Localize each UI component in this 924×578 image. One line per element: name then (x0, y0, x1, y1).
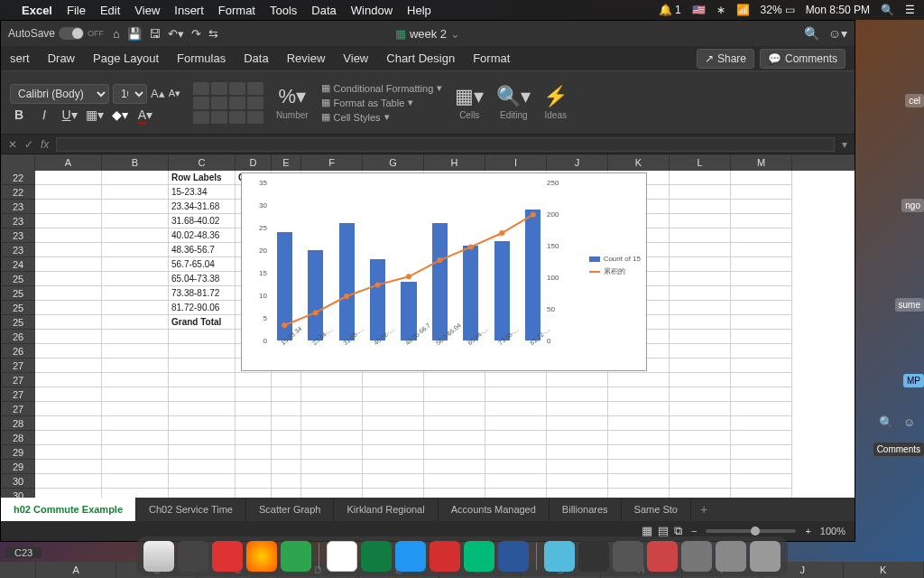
sheet-tab-active[interactable]: h02 Commute Example (1, 498, 136, 521)
sheet-tab[interactable]: Ch02 Service Time (136, 498, 246, 521)
status-bluetooth-icon[interactable]: ∗ (716, 4, 725, 16)
col-header[interactable]: I (485, 154, 547, 171)
col-header[interactable]: D (236, 154, 272, 171)
menu-edit[interactable]: Edit (100, 4, 120, 17)
alignment-group[interactable] (193, 82, 263, 124)
format-as-table-button[interactable]: ▦ Format as Table ▾ (321, 97, 443, 108)
menu-help[interactable]: Help (407, 4, 431, 17)
shrink-font-icon[interactable]: A▾ (169, 88, 180, 99)
confirm-icon[interactable]: ✓ (24, 138, 33, 151)
comments-button[interactable]: 💬 Comments (760, 49, 845, 69)
row-header[interactable]: 28 (1, 431, 35, 445)
row-header[interactable]: 29 (1, 460, 35, 474)
menu-tools[interactable]: Tools (270, 4, 297, 17)
tab-draw[interactable]: Draw (48, 51, 75, 65)
dock-app-icon[interactable] (681, 541, 712, 572)
zoom-in-button[interactable]: + (805, 526, 810, 536)
underline-button[interactable]: U▾ (60, 107, 79, 122)
row-header[interactable]: 22 (1, 185, 35, 200)
dock-word-icon[interactable] (498, 541, 529, 572)
col-header[interactable]: G (363, 154, 424, 171)
tab-view[interactable]: View (343, 51, 368, 65)
tab-review[interactable]: Review (287, 51, 326, 65)
sheet-tab[interactable]: Billionares (550, 498, 622, 521)
zoom-out-button[interactable]: − (691, 526, 697, 536)
row-header[interactable]: 23 (1, 228, 35, 243)
cells-area[interactable]: Row LabelsCount of 15累积的15-23.34242423.3… (35, 171, 855, 498)
border-button[interactable]: ▦▾ (86, 107, 104, 122)
dock-finder-icon[interactable] (143, 541, 174, 572)
conditional-formatting-button[interactable]: ▦ Conditional Formatting ▾ (321, 82, 443, 94)
editing-group[interactable]: 🔍▾ Editing (496, 85, 531, 120)
menu-format[interactable]: Format (218, 4, 255, 17)
col-header[interactable]: L (670, 154, 731, 171)
select-all-corner[interactable] (1, 154, 35, 171)
smile-feedback-icon[interactable]: ☺▾ (828, 26, 847, 41)
row-header[interactable]: 23 (1, 200, 35, 214)
dock-app-icon[interactable] (716, 541, 746, 572)
col-header[interactable]: C (169, 154, 236, 171)
status-wifi-icon[interactable]: 📶 (736, 4, 750, 16)
share-button[interactable]: ↗ Share (697, 49, 754, 69)
autosave-toggle[interactable]: AutoSave OFF (8, 27, 104, 40)
tab-chart-design[interactable]: Chart Design (386, 51, 455, 65)
row-header[interactable]: 27 (1, 373, 35, 387)
dock-app-icon[interactable] (578, 541, 609, 572)
dock-app-icon[interactable] (613, 541, 643, 572)
status-battery[interactable]: 32% ▭ (761, 4, 795, 16)
sheet-tab[interactable]: Same Sto (622, 498, 691, 521)
dock-excel-icon[interactable] (361, 541, 392, 572)
grow-font-icon[interactable]: A▴ (151, 87, 165, 100)
toggle-switch[interactable] (59, 27, 84, 40)
row-header[interactable]: 25 (1, 286, 35, 301)
menu-file[interactable]: File (67, 4, 86, 17)
col-header[interactable]: M (731, 154, 792, 171)
tab-insert[interactable]: sert (10, 51, 30, 65)
dock-app-icon[interactable] (212, 541, 243, 572)
col-header[interactable]: B (102, 154, 169, 171)
tab-format[interactable]: Format (473, 51, 510, 65)
embedded-chart[interactable]: 05101520253035 050100150200250 15-23.342… (241, 172, 647, 371)
font-color-button[interactable]: A▾ (136, 107, 154, 122)
status-flag-icon[interactable]: 🇺🇸 (692, 4, 706, 16)
number-group[interactable]: %▾ Number (276, 85, 309, 120)
cell-styles-button[interactable]: ▦ Cell Styles ▾ (321, 111, 443, 123)
row-header[interactable]: 26 (1, 330, 35, 344)
row-header[interactable]: 28 (1, 416, 35, 431)
row-header[interactable]: 30 (1, 489, 35, 498)
row-header[interactable]: 29 (1, 445, 35, 460)
cancel-icon[interactable]: ✕ (8, 138, 17, 151)
col-header[interactable]: H (424, 154, 485, 171)
row-header[interactable]: 27 (1, 402, 35, 416)
dock-app-icon[interactable] (647, 541, 678, 572)
row-header[interactable]: 23 (1, 243, 35, 257)
bold-button[interactable]: B (10, 107, 28, 122)
undo-icon[interactable]: ↶▾ (168, 27, 184, 41)
redo-icon[interactable]: ↷ (191, 27, 201, 41)
control-center-icon[interactable]: ☰ (905, 4, 915, 16)
row-header[interactable]: 22 (1, 171, 35, 185)
italic-button[interactable]: I (35, 107, 53, 122)
formula-input[interactable] (56, 137, 835, 152)
spotlight-icon[interactable]: 🔍 (881, 4, 894, 16)
row-header[interactable]: 24 (1, 257, 35, 272)
col-header[interactable]: K (608, 154, 670, 171)
row-header[interactable]: 23 (1, 214, 35, 228)
col-header[interactable]: J (547, 154, 608, 171)
status-clock[interactable]: Mon 8:50 PM (806, 4, 870, 16)
status-wechat-icon[interactable]: 🔔 1 (659, 4, 681, 16)
document-title[interactable]: ▦ week 2 ⌄ (395, 27, 460, 41)
row-header[interactable]: 25 (1, 301, 35, 315)
fill-color-button[interactable]: ◆▾ (111, 107, 129, 122)
save-alt-icon[interactable]: 🖫 (149, 27, 161, 41)
dock-app-icon[interactable] (464, 541, 494, 572)
home-icon[interactable]: ⌂ (113, 27, 120, 41)
add-sheet-button[interactable]: + (691, 502, 716, 517)
menu-view[interactable]: View (134, 4, 160, 17)
side-search-icon[interactable]: 🔍 ☺ (875, 414, 919, 431)
save-icon[interactable]: 💾 (127, 27, 142, 41)
dock-chrome-icon[interactable] (327, 541, 357, 572)
row-header[interactable]: 27 (1, 359, 35, 373)
menu-window[interactable]: Window (351, 4, 393, 17)
row-header[interactable]: 27 (1, 387, 35, 402)
